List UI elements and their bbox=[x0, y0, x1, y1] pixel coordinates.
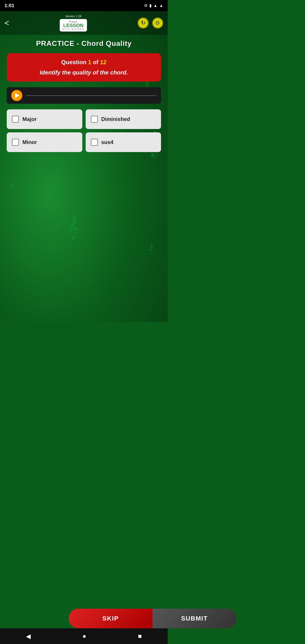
refresh-icon: ↻ bbox=[141, 20, 145, 26]
question-prefix: Question bbox=[61, 59, 88, 66]
signal-icon: ▲ bbox=[159, 3, 163, 8]
music-note-decoration: 𝄞 bbox=[67, 215, 79, 239]
battery-icon: ▮ bbox=[149, 3, 152, 8]
status-time: 1:01 bbox=[4, 3, 14, 8]
logo-lesson-text: LESSON bbox=[63, 23, 84, 28]
option-minor-label: Minor bbox=[22, 139, 37, 145]
header-actions: ↻ ⚙ bbox=[138, 18, 163, 28]
option-diminished-label: Diminished bbox=[101, 116, 130, 122]
play-icon bbox=[15, 93, 20, 98]
wifi-icon: ▲ bbox=[154, 3, 158, 8]
audio-player bbox=[7, 87, 161, 104]
checkbox-minor[interactable] bbox=[12, 139, 19, 146]
checkbox-diminished[interactable] bbox=[91, 116, 98, 123]
checkbox-sus4[interactable] bbox=[91, 139, 98, 146]
status-icons: ⚙ ▮ ▲ ▲ bbox=[144, 3, 163, 8]
option-major-label: Major bbox=[22, 116, 37, 122]
logo-warren-text: WITH WARREN bbox=[62, 28, 84, 30]
settings-status-icon: ⚙ bbox=[144, 3, 148, 8]
options-grid: Major Diminished Minor sus4 bbox=[7, 109, 161, 152]
settings-button[interactable]: ⚙ bbox=[152, 18, 163, 28]
play-button[interactable] bbox=[11, 90, 22, 101]
back-button[interactable]: < bbox=[4, 19, 9, 27]
version-text: Version 1.26 bbox=[65, 14, 82, 18]
refresh-button[interactable]: ↻ bbox=[138, 18, 149, 28]
audio-progress-bar bbox=[26, 95, 156, 96]
question-instruction: Identify the quality of the chord. bbox=[14, 69, 154, 76]
status-bar: 1:01 ⚙ ▮ ▲ ▲ bbox=[0, 0, 168, 11]
option-diminished[interactable]: Diminished bbox=[86, 109, 161, 129]
music-note-decoration: ♪ bbox=[148, 240, 154, 254]
question-total: 12 bbox=[100, 59, 106, 66]
option-sus4-label: sus4 bbox=[101, 139, 114, 145]
music-note-decoration: ♪ bbox=[8, 179, 14, 192]
question-current: 1 bbox=[88, 59, 91, 66]
question-card: Question 1 of 12 Identify the quality of… bbox=[7, 53, 161, 82]
checkbox-major[interactable] bbox=[12, 116, 19, 123]
page-title: PRACTICE - Chord Quality bbox=[7, 39, 161, 48]
settings-icon: ⚙ bbox=[155, 20, 160, 26]
question-of: of bbox=[91, 59, 100, 66]
question-number: Question 1 of 12 bbox=[14, 59, 154, 66]
main-content: PRACTICE - Chord Quality Question 1 of 1… bbox=[0, 35, 168, 163]
option-major[interactable]: Major bbox=[7, 109, 82, 129]
app-logo[interactable]: Piano LESSON WITH WARREN bbox=[60, 19, 87, 32]
option-sus4[interactable]: sus4 bbox=[86, 132, 161, 152]
option-minor[interactable]: Minor bbox=[7, 132, 82, 152]
logo-container: Version 1.26 Piano LESSON WITH WARREN bbox=[9, 14, 138, 32]
header: < Version 1.26 Piano LESSON WITH WARREN … bbox=[0, 11, 168, 35]
